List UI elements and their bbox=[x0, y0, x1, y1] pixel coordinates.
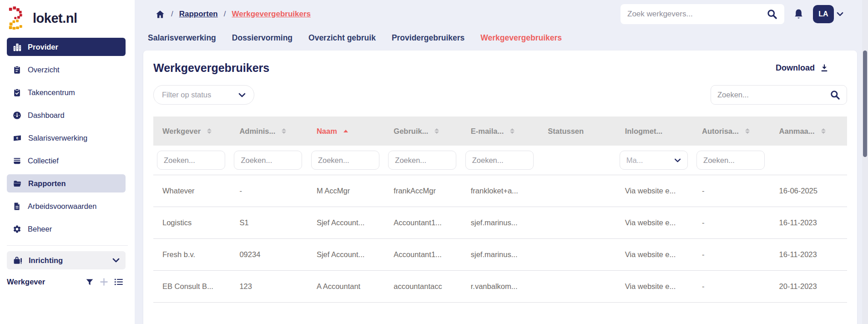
column-label: Werkgever bbox=[162, 127, 201, 136]
table-row[interactable]: Whatever - M AccMgr frankAccMgr franklok… bbox=[153, 175, 847, 207]
table-row[interactable]: Fresh b.v. 09234 Sjef Account... Account… bbox=[153, 239, 847, 271]
column-header-werkgever[interactable]: Werkgever bbox=[153, 127, 230, 136]
search-icon[interactable] bbox=[767, 9, 777, 20]
sidebar-item-salarisverwerking[interactable]: € Salarisverwerking bbox=[7, 129, 126, 147]
list-icon[interactable] bbox=[114, 278, 123, 286]
column-header-administratie[interactable]: Adminis... bbox=[230, 127, 307, 136]
tab-providergebruikers[interactable]: Providergebruikers bbox=[392, 33, 464, 43]
content-card: Werkgevergebruikers Download Filter op s… bbox=[143, 51, 857, 324]
filter-autorisatie-input[interactable] bbox=[696, 151, 765, 170]
breadcrumb-separator: / bbox=[224, 10, 226, 19]
cell-administratie: S1 bbox=[230, 218, 307, 227]
sidebar-item-arbeidsvoorwaarden[interactable]: Arbeidsvoorwaarden bbox=[7, 197, 126, 215]
download-button[interactable]: Download bbox=[776, 63, 829, 73]
sidebar-item-collectief[interactable]: Collectief bbox=[7, 152, 126, 170]
cell-emailadres: frankloket+a... bbox=[462, 187, 539, 195]
column-label: Autorisa... bbox=[702, 127, 739, 136]
home-icon[interactable] bbox=[155, 10, 165, 19]
download-label: Download bbox=[776, 63, 815, 73]
sidebar-item-provider[interactable]: Provider bbox=[7, 38, 126, 56]
page-title: Werkgevergebruikers bbox=[153, 61, 269, 75]
sidebar-item-label: Arbeidsvoorwaarden bbox=[28, 202, 96, 211]
sidebar-item-label: Provider bbox=[28, 43, 58, 51]
sidebar: loket.nl Provider Overzicht bbox=[0, 0, 135, 324]
report-tabs: Salarisverwerking Dossiervorming Overzic… bbox=[135, 27, 868, 48]
cell-werkgever: Logistics bbox=[153, 218, 230, 227]
sort-icon bbox=[745, 128, 750, 134]
filter-administratie-input[interactable] bbox=[234, 151, 302, 170]
cell-administratie: - bbox=[230, 187, 307, 195]
column-header-autorisatie[interactable]: Autorisa... bbox=[693, 127, 770, 136]
sidebar-item-label: Takencentrum bbox=[28, 88, 75, 97]
column-label: Inlogmet... bbox=[625, 127, 663, 136]
stack-icon bbox=[13, 157, 21, 165]
table-row[interactable]: Logistics S1 Sjef Account... Accountant1… bbox=[153, 207, 847, 239]
search-icon[interactable] bbox=[830, 90, 840, 100]
plus-icon[interactable] bbox=[100, 278, 108, 286]
tab-salarisverwerking[interactable]: Salarisverwerking bbox=[148, 33, 216, 43]
cell-inlogmethode: Via website e... bbox=[616, 218, 693, 227]
chevron-down-icon bbox=[238, 93, 246, 97]
column-header-statussen: Statussen bbox=[539, 127, 616, 136]
sidebar-werkgever-section: Werkgever bbox=[7, 278, 123, 286]
cell-inlogmethode: Via website e... bbox=[616, 187, 693, 195]
filter-emailadres-input[interactable] bbox=[465, 151, 534, 170]
column-header-aanmaakdatum[interactable]: Aanmaa... bbox=[770, 127, 847, 136]
sidebar-item-inrichting[interactable]: Inrichting bbox=[7, 251, 126, 269]
global-search-input[interactable] bbox=[627, 10, 767, 19]
filter-werkgever-input[interactable] bbox=[157, 151, 225, 170]
chevron-down-icon bbox=[837, 12, 843, 16]
sidebar-item-label: Beheer bbox=[28, 225, 52, 233]
sidebar-item-label: Overzicht bbox=[28, 66, 60, 74]
column-label: Adminis... bbox=[239, 127, 275, 136]
vertical-scrollbar[interactable] bbox=[862, 0, 868, 324]
cell-emailadres: sjef.marinus... bbox=[462, 218, 539, 227]
column-header-naam[interactable]: Naam bbox=[308, 127, 384, 136]
filter-gebruikersnaam-input[interactable] bbox=[388, 151, 456, 170]
filter-inlogmethode-select[interactable]: Ma... bbox=[620, 151, 688, 170]
cell-naam: A Accountant bbox=[308, 282, 384, 291]
download-icon bbox=[820, 63, 829, 73]
user-menu[interactable]: LA bbox=[813, 5, 843, 23]
cell-werkgever: EB Consult B... bbox=[153, 282, 230, 291]
tab-overzicht-gebruik[interactable]: Overzicht gebruik bbox=[308, 33, 376, 43]
brand-name: loket.nl bbox=[33, 11, 77, 26]
scrollbar-thumb[interactable] bbox=[863, 51, 867, 157]
cell-autorisatie: - bbox=[693, 218, 770, 227]
sidebar-divider bbox=[7, 245, 128, 246]
cell-inlogmethode: Via website e... bbox=[616, 250, 693, 259]
sidebar-item-label: Collectief bbox=[28, 157, 59, 165]
sidebar-item-takencentrum[interactable]: Takencentrum bbox=[7, 83, 126, 101]
cell-werkgever: Whatever bbox=[153, 187, 230, 195]
tab-werkgevergebruikers[interactable]: Werkgevergebruikers bbox=[480, 33, 562, 43]
werkgevergebruikers-table: Werkgever Adminis... Naam Gebruik... E-m… bbox=[153, 116, 847, 303]
sidebar-item-beheer[interactable]: Beheer bbox=[7, 220, 126, 238]
buildings-icon bbox=[13, 43, 21, 51]
table-search-box bbox=[711, 85, 847, 105]
table-row[interactable]: EB Consult B... 123 A Accountant account… bbox=[153, 271, 847, 303]
breadcrumb-rapporten[interactable]: Rapporten bbox=[179, 10, 218, 19]
filter-naam-input[interactable] bbox=[311, 151, 379, 170]
sidebar-item-overzicht[interactable]: Overzicht bbox=[7, 61, 126, 79]
cell-administratie: 09234 bbox=[230, 250, 307, 259]
gauge-icon bbox=[13, 111, 21, 120]
column-label: Aanmaa... bbox=[779, 127, 815, 136]
filter-funnel-icon[interactable] bbox=[86, 278, 94, 286]
sidebar-item-label: Salarisverwerking bbox=[28, 134, 87, 142]
notifications-bell-icon[interactable] bbox=[793, 8, 804, 20]
werkgever-label: Werkgever bbox=[7, 278, 45, 286]
column-header-gebruikersnaam[interactable]: Gebruik... bbox=[384, 127, 461, 136]
tab-dossiervorming[interactable]: Dossiervorming bbox=[232, 33, 293, 43]
brand-logo[interactable]: loket.nl bbox=[0, 0, 135, 34]
breadcrumb-separator: / bbox=[171, 10, 173, 19]
column-header-emailadres[interactable]: E-maila... bbox=[462, 127, 539, 136]
avatar[interactable]: LA bbox=[813, 5, 834, 23]
sidebar-item-rapporten[interactable]: Rapporten bbox=[7, 174, 126, 192]
table-search-input[interactable] bbox=[717, 91, 830, 99]
breadcrumb-werkgevergebruikers[interactable]: Werkgevergebruikers bbox=[232, 10, 311, 19]
status-filter-select[interactable]: Filter op status bbox=[153, 85, 254, 105]
sort-icon bbox=[510, 128, 515, 134]
main-area: / Rapporten / Werkgevergebruikers LA bbox=[135, 0, 868, 324]
sidebar-item-dashboard[interactable]: Dashboard bbox=[7, 106, 126, 124]
sort-ascending-icon bbox=[343, 130, 348, 132]
